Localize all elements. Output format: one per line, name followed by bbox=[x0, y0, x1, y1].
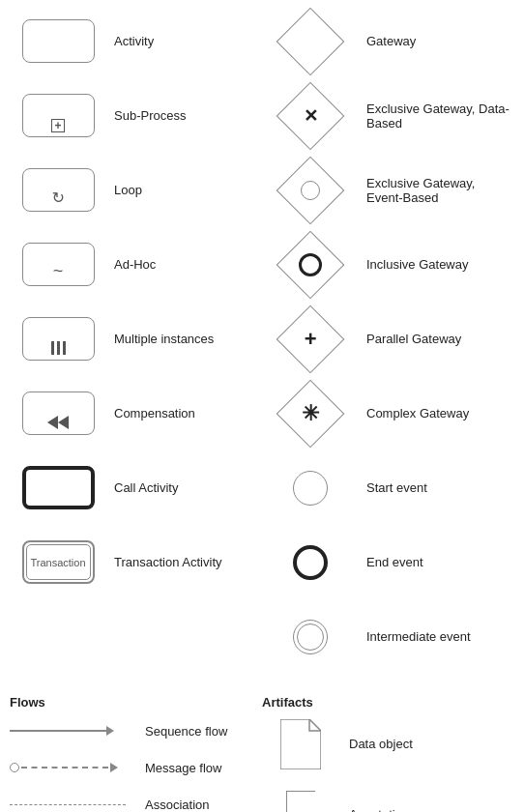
parallel-inner: + bbox=[305, 328, 317, 349]
exclusive-event-item: Exclusive Gateway, Event-Based bbox=[262, 159, 514, 221]
svg-marker-1 bbox=[58, 416, 69, 429]
annotation-label: Annotation bbox=[349, 807, 409, 812]
loop-symbol: ↺ bbox=[10, 168, 106, 212]
parallel-label: Parallel Gateway bbox=[366, 332, 461, 346]
intermediate-event-symbol bbox=[262, 620, 359, 654]
inclusive-label: Inclusive Gateway bbox=[366, 257, 469, 272]
adhoc-symbol: ~ bbox=[10, 243, 106, 286]
inclusive-wrapper bbox=[281, 236, 339, 294]
loop-item: ↺ Loop bbox=[10, 159, 262, 221]
message-circle-icon bbox=[10, 763, 19, 772]
multi-bar-1 bbox=[51, 341, 54, 355]
compensation-item: Compensation bbox=[10, 382, 262, 445]
adhoc-label: Ad-Hoc bbox=[114, 257, 156, 272]
exclusive-data-item: ✕ Exclusive Gateway, Data-Based bbox=[262, 84, 514, 147]
star-icon: ✳ bbox=[302, 403, 319, 424]
loop-icon: ↺ bbox=[52, 188, 65, 207]
activity-shape bbox=[22, 19, 95, 63]
svg-marker-2 bbox=[280, 719, 321, 769]
loop-shape: ↺ bbox=[22, 168, 95, 212]
end-event-label: End event bbox=[366, 555, 423, 569]
compensation-shape bbox=[22, 392, 95, 435]
artifacts-section: Artifacts Data object Annotation bbox=[262, 691, 514, 812]
flows-header: Flows bbox=[10, 695, 262, 710]
inclusive-shape bbox=[277, 230, 345, 299]
intermediate-event-label: Intermediate event bbox=[366, 629, 471, 644]
sequence-flow-item: Sequence flow bbox=[10, 717, 262, 744]
message-flow-item: Message flow bbox=[10, 754, 262, 781]
complex-item: ✳ Complex Gateway bbox=[262, 382, 514, 445]
parallel-symbol: + bbox=[262, 310, 359, 368]
end-event-item: End event bbox=[262, 531, 514, 594]
data-object-shape bbox=[280, 719, 321, 769]
exclusive-data-symbol: ✕ bbox=[262, 87, 359, 145]
multi-bar-3 bbox=[63, 341, 66, 355]
complex-wrapper: ✳ bbox=[281, 385, 339, 443]
exclusive-event-wrapper bbox=[281, 161, 339, 219]
parallel-wrapper: + bbox=[281, 310, 339, 368]
complex-shape: ✳ bbox=[277, 379, 345, 448]
adhoc-shape: ~ bbox=[22, 243, 95, 286]
start-event-symbol bbox=[262, 471, 359, 506]
association-symbol bbox=[10, 804, 145, 805]
x-icon: ✕ bbox=[304, 105, 318, 127]
exclusive-data-shape: ✕ bbox=[277, 81, 345, 150]
message-flow-symbol bbox=[10, 763, 145, 772]
compensation-symbol bbox=[10, 392, 106, 435]
transaction-symbol: Transaction bbox=[10, 540, 106, 584]
subprocess-item: + Sub-Process bbox=[10, 84, 262, 147]
plus-icon: + bbox=[305, 328, 317, 349]
annotation-item: Annotation bbox=[262, 788, 514, 812]
call-activity-label: Call Activity bbox=[114, 480, 178, 495]
exclusive-event-shape bbox=[277, 156, 345, 224]
inclusive-circle bbox=[299, 253, 322, 276]
association-line bbox=[10, 804, 126, 805]
multiple-item: Multiple instances bbox=[10, 307, 262, 370]
association-item: Association bbox=[10, 791, 262, 812]
message-arrow-icon bbox=[110, 763, 118, 772]
message-flow-label: Message flow bbox=[145, 761, 221, 775]
data-object-symbol bbox=[262, 719, 339, 769]
complex-label: Complex Gateway bbox=[366, 406, 469, 420]
inclusive-symbol bbox=[262, 236, 359, 294]
annotation-symbol bbox=[262, 791, 339, 813]
exclusive-event-symbol bbox=[262, 161, 359, 219]
exclusive-event-label: Exclusive Gateway, Event-Based bbox=[366, 176, 514, 205]
gateway-symbol bbox=[262, 13, 359, 71]
parallel-shape: + bbox=[277, 304, 345, 373]
exclusive-data-label: Exclusive Gateway, Data-Based bbox=[366, 102, 514, 130]
multi-bar-2 bbox=[57, 341, 60, 355]
compensation-icon bbox=[47, 416, 69, 429]
sequence-flow-label: Sequence flow bbox=[145, 724, 227, 739]
message-dashed-line bbox=[21, 767, 108, 768]
intermediate-inner-circle bbox=[297, 624, 324, 651]
parallel-item: + Parallel Gateway bbox=[262, 307, 514, 370]
subprocess-plus-icon: + bbox=[51, 119, 65, 132]
message-flow-line bbox=[10, 763, 118, 772]
multiple-shape bbox=[22, 317, 95, 361]
multiple-symbol bbox=[10, 317, 106, 361]
subprocess-symbol: + bbox=[10, 94, 106, 137]
intermediate-event-item: Intermediate event bbox=[262, 605, 514, 668]
complex-symbol: ✳ bbox=[262, 385, 359, 443]
transaction-shape: Transaction bbox=[22, 540, 95, 584]
sequence-flow-line bbox=[10, 726, 114, 736]
adhoc-tilde-icon: ~ bbox=[53, 261, 64, 281]
intermediate-event-shape bbox=[293, 620, 328, 654]
compensation-label: Compensation bbox=[114, 406, 195, 420]
gateway-label: Gateway bbox=[366, 34, 416, 48]
exclusive-event-inner bbox=[301, 181, 320, 200]
sequence-flow-symbol bbox=[10, 726, 145, 736]
call-activity-symbol bbox=[10, 466, 106, 509]
artifacts-header: Artifacts bbox=[262, 695, 514, 710]
call-activity-shape bbox=[22, 466, 95, 509]
transaction-inner-shape: Transaction bbox=[26, 544, 91, 580]
subprocess-label: Sub-Process bbox=[114, 108, 186, 123]
inclusive-item: Inclusive Gateway bbox=[262, 233, 514, 296]
gateway-diamond-wrapper bbox=[281, 13, 339, 71]
multiple-label: Multiple instances bbox=[114, 332, 214, 346]
data-object-label: Data object bbox=[349, 737, 413, 751]
sequence-arrow-icon bbox=[106, 726, 114, 736]
end-event-shape bbox=[293, 545, 328, 580]
exclusive-data-inner: ✕ bbox=[304, 105, 318, 127]
